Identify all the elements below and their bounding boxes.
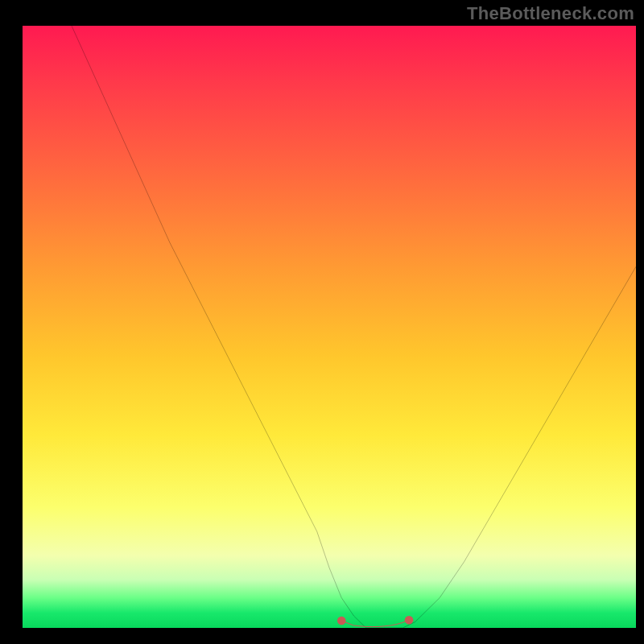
chart-frame: TheBottleneck.com bbox=[0, 0, 644, 644]
optimal-band-start-dot bbox=[337, 617, 346, 625]
plot-area bbox=[23, 26, 636, 628]
bottleneck-curve-path bbox=[72, 26, 636, 628]
optimal-band-end-dot bbox=[405, 616, 414, 624]
optimal-band-marker-path bbox=[341, 620, 409, 626]
chart-svg bbox=[23, 26, 636, 628]
watermark-text: TheBottleneck.com bbox=[467, 3, 634, 24]
